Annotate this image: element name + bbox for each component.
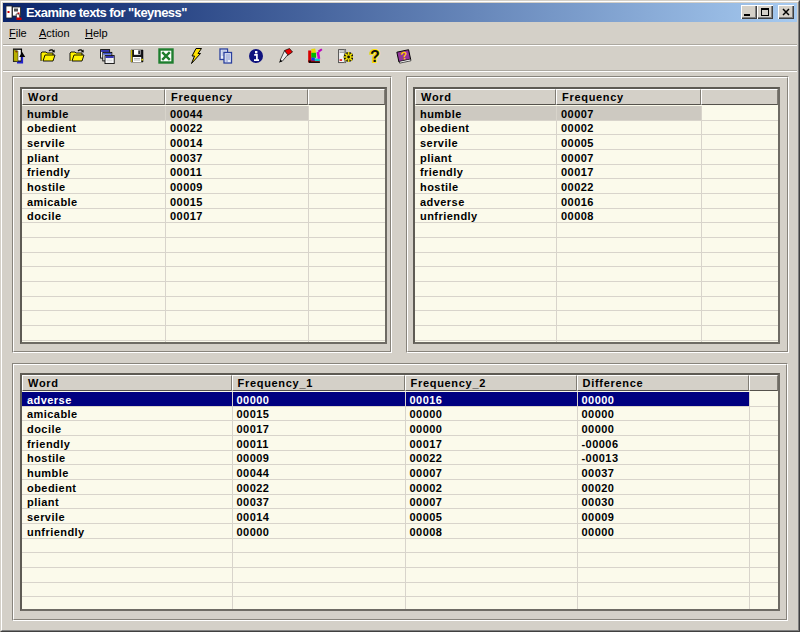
svg-text:?: ? (370, 48, 380, 64)
